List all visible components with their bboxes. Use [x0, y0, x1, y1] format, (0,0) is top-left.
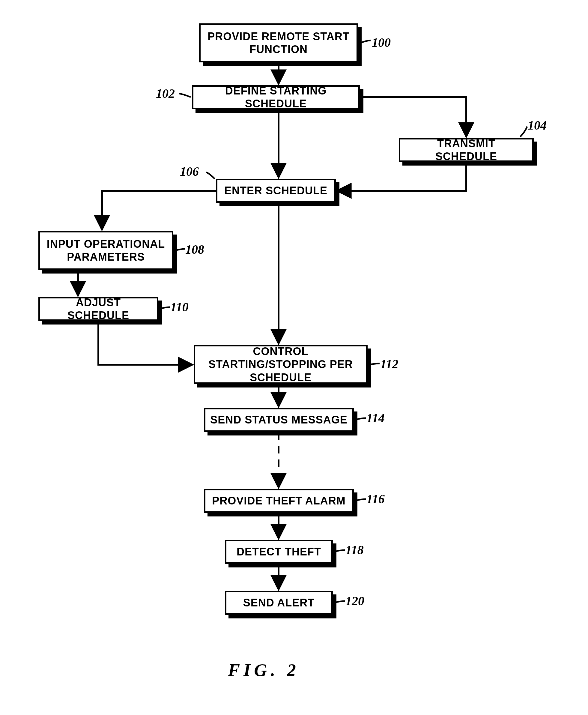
box-provide-remote-start: PROVIDE REMOTE START FUNCTION: [199, 23, 358, 62]
box-adjust-schedule: ADJUST SCHEDULE: [38, 297, 158, 321]
ref-118: 118: [345, 543, 364, 557]
ref-106: 106: [180, 164, 199, 179]
ref-114: 114: [366, 411, 385, 425]
box-input-operational-parameters: INPUT OPERATIONAL PARAMETERS: [38, 231, 173, 270]
box-send-status-message: SEND STATUS MESSAGE: [204, 408, 354, 432]
box-provide-theft-alarm: PROVIDE THEFT ALARM: [204, 489, 354, 513]
ref-120: 120: [345, 594, 364, 608]
box-enter-schedule: ENTER SCHEDULE: [216, 179, 336, 203]
figure-caption: FIG. 2: [228, 660, 299, 680]
ref-104: 104: [528, 118, 547, 132]
ref-102: 102: [156, 86, 175, 101]
box-control-starting-stopping: CONTROL STARTING/STOPPING PER SCHEDULE: [194, 345, 368, 384]
box-send-alert: SEND ALERT: [225, 591, 333, 615]
ref-100: 100: [372, 35, 391, 50]
box-transmit-schedule: TRANSMIT SCHEDULE: [399, 138, 534, 162]
box-detect-theft: DETECT THEFT: [225, 540, 333, 564]
ref-112: 112: [380, 357, 399, 371]
ref-110: 110: [170, 300, 189, 314]
flowchart-canvas: PROVIDE REMOTE START FUNCTION 100 DEFINE…: [12, 12, 576, 702]
ref-108: 108: [185, 242, 204, 257]
box-define-starting-schedule: DEFINE STARTING SCHEDULE: [192, 85, 360, 109]
ref-116: 116: [366, 492, 385, 506]
